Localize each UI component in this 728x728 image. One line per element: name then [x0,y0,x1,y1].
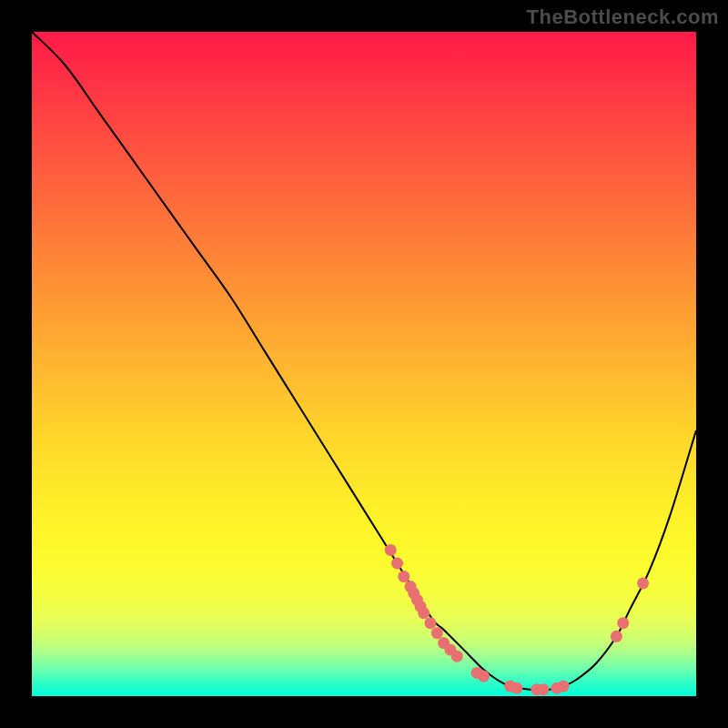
data-marker [637,577,649,589]
data-marker [418,607,430,619]
data-marker [511,682,522,694]
chart-svg [32,32,696,696]
markers-group [385,544,649,695]
data-marker [391,558,403,570]
curve-line [32,32,696,690]
data-marker [398,571,410,582]
data-marker [451,651,463,662]
data-marker [478,671,490,682]
watermark-text: TheBottleneck.com [527,5,719,29]
data-marker [558,681,570,693]
data-marker [617,617,629,629]
plot-area [32,32,696,696]
data-marker [425,617,437,629]
chart-container: TheBottleneck.com [0,0,728,728]
data-marker [611,631,622,642]
data-marker [385,544,397,556]
data-marker [538,683,550,695]
data-marker [431,627,443,639]
